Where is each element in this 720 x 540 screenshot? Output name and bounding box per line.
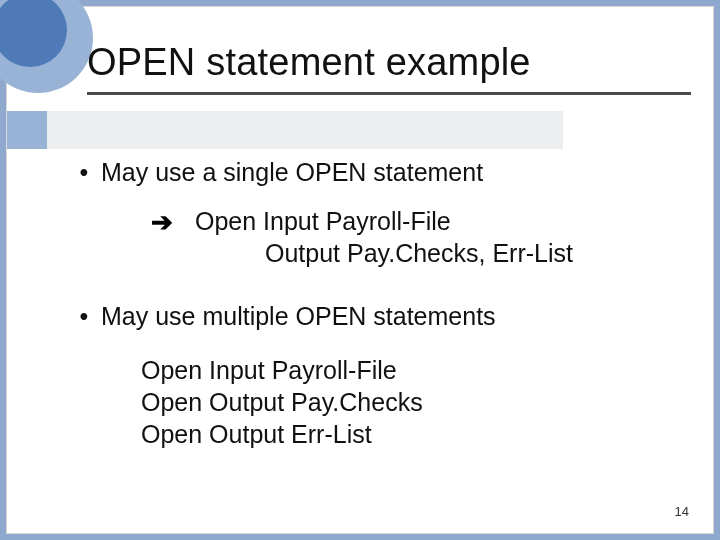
single-open-line-1: Open Input Payroll-File [195,206,573,237]
content-area: • May use a single OPEN statement ➔ Open… [77,151,683,503]
page-number: 14 [675,504,689,519]
bullet-1: • May use a single OPEN statement [77,157,683,188]
bullet-1-text: May use a single OPEN statement [101,157,483,188]
bullet-2: • May use multiple OPEN statements [77,301,683,332]
multi-open-line-1: Open Input Payroll-File [141,354,683,386]
slide-title: OPEN statement example [87,41,693,84]
arrow-right-icon: ➔ [151,206,173,269]
slide: OPEN statement example • May use a singl… [6,6,714,534]
multi-open-line-3: Open Output Err-List [141,418,683,450]
single-open-lines: Open Input Payroll-File Output Pay.Check… [195,206,573,269]
title-area: OPEN statement example [87,41,693,84]
multi-open-line-2: Open Output Pay.Checks [141,386,683,418]
title-underline [87,92,691,95]
bullet-dot-icon: • [77,301,91,332]
single-open-example: ➔ Open Input Payroll-File Output Pay.Che… [151,206,683,269]
single-open-line-2: Output Pay.Checks, Err-List [195,238,573,269]
multi-open-example: Open Input Payroll-File Open Output Pay.… [141,354,683,450]
left-accent-block [7,111,47,149]
subtitle-bar [7,111,563,149]
bullet-2-text: May use multiple OPEN statements [101,301,496,332]
bullet-dot-icon: • [77,157,91,188]
